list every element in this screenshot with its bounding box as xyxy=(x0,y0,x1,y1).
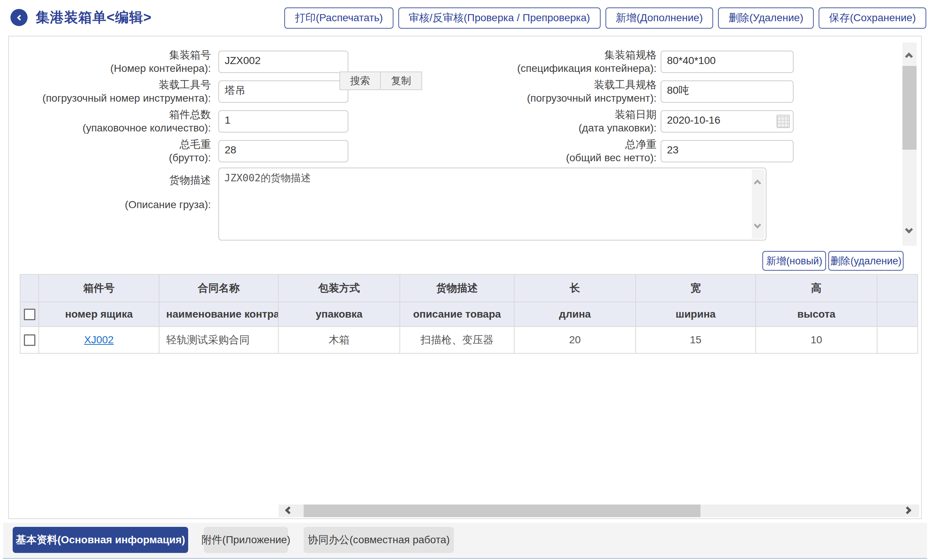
page: 集港装箱单<编辑> 打印(Распечатать) 审核/反审核(Проверк… xyxy=(0,0,930,560)
col-box-no-zh: 箱件号 xyxy=(39,275,159,302)
form-row-loading-tool-no: 装载工具号 (погрузочный номер инструмента): xyxy=(9,78,348,105)
table-horizontal-scrollbar[interactable] xyxy=(279,505,919,517)
net-weight-label: 总净重 (общий вес нетто): xyxy=(454,138,656,164)
copy-button[interactable]: 复制 xyxy=(381,72,422,90)
box-total-input[interactable] xyxy=(218,110,348,133)
col-empty xyxy=(877,302,918,327)
col-height-zh: 高 xyxy=(756,275,877,302)
form-row-net-weight: 总净重 (общий вес нетто): xyxy=(454,138,794,164)
print-button[interactable]: 打印(Распечатать) xyxy=(284,8,393,29)
packing-date-input[interactable] xyxy=(661,110,794,133)
col-empty xyxy=(877,275,918,302)
col-width-zh: 宽 xyxy=(636,275,756,302)
row-checkbox[interactable] xyxy=(24,334,35,346)
col-desc-ru: описание товара xyxy=(400,302,514,327)
textarea-scrollbar[interactable] xyxy=(752,169,765,239)
select-all-checkbox[interactable] xyxy=(24,309,35,320)
col-packing-ru: упаковка xyxy=(278,302,400,327)
col-height-ru: высота xyxy=(756,302,877,327)
scroll-left-icon[interactable] xyxy=(285,506,293,514)
gross-weight-input[interactable] xyxy=(218,140,348,162)
loading-tool-spec-label: 装载工具规格 (погрузочный инструмент): xyxy=(454,78,656,105)
form-row-cargo-desc: 货物描述 (Описание груза): JZX002的货物描述 xyxy=(9,167,767,241)
container-spec-input[interactable] xyxy=(661,51,794,73)
chevron-left-icon xyxy=(17,15,23,20)
col-length-zh: 长 xyxy=(514,275,636,302)
cargo-desc-label: 货物描述 (Описание груза): xyxy=(9,167,211,212)
boxes-table: 箱件号 合同名称 包装方式 货物描述 长 宽 高 номер ящика наи… xyxy=(20,274,918,354)
header-actions: 打印(Распечатать) 审核/反审核(Проверка / Препро… xyxy=(284,7,926,29)
col-box-no-ru: номер ящика xyxy=(39,302,159,327)
net-weight-input[interactable] xyxy=(661,140,794,162)
save-button[interactable]: 保存(Сохранение) xyxy=(819,8,926,29)
table-header-zh: 箱件号 合同名称 包装方式 货物描述 长 宽 高 xyxy=(20,275,918,302)
container-spec-label: 集装箱规格 (спецификация контейнера): xyxy=(454,48,656,75)
top-bar: 集港装箱单<编辑> 打印(Распечатать) 审核/反审核(Проверк… xyxy=(0,0,930,35)
bottom-tab-bar: 基本资料(Основная информация) 附件(Приложение)… xyxy=(3,523,927,557)
add-button[interactable]: 新增(Дополнение) xyxy=(605,8,713,29)
page-title: 集港装箱单<编辑> xyxy=(36,8,152,27)
form-row-loading-tool-spec: 装载工具规格 (погрузочный инструмент): xyxy=(454,78,794,105)
empty-cell xyxy=(877,327,918,353)
container-no-label: 集装箱号 (Номер контейнера): xyxy=(9,48,211,75)
scrollbar-thumb[interactable] xyxy=(902,66,916,150)
scroll-down-icon[interactable] xyxy=(754,221,761,229)
detail-delete-button[interactable]: 删除(удаление) xyxy=(828,251,904,271)
gross-weight-label: 总毛重 (брутто): xyxy=(9,138,211,164)
calendar-icon[interactable] xyxy=(776,115,790,128)
form-row-container-no: 集装箱号 (Номер контейнера): xyxy=(9,48,348,75)
col-length-ru: длина xyxy=(514,302,636,327)
scroll-up-icon[interactable] xyxy=(754,180,761,187)
length-cell: 20 xyxy=(514,327,636,353)
height-cell: 10 xyxy=(756,327,877,353)
box-no-link[interactable]: XJ002 xyxy=(84,334,114,345)
col-contract-ru: наименование контракта xyxy=(159,302,278,327)
scrollbar-thumb[interactable] xyxy=(304,505,701,517)
box-no-cell: XJ002 xyxy=(39,327,159,353)
table-row: XJ002 轻轨测试采购合同 木箱 扫描枪、变压器 20 15 10 xyxy=(20,327,918,353)
form-row-gross-weight: 总毛重 (брутто): xyxy=(9,138,348,164)
container-lookup-buttons: 搜索 复制 xyxy=(339,72,422,90)
loading-tool-spec-input[interactable] xyxy=(661,80,794,103)
cargo-desc-textarea[interactable]: JZX002的货物描述 xyxy=(218,167,767,241)
packing-cell: 木箱 xyxy=(278,327,400,353)
detail-add-button[interactable]: 新增(новый) xyxy=(762,251,826,271)
scroll-right-icon[interactable] xyxy=(904,506,912,514)
select-col-header xyxy=(20,275,39,302)
packing-date-label: 装箱日期 (дата упаковки): xyxy=(454,108,656,135)
form-row-packing-date: 装箱日期 (дата упаковки): xyxy=(454,108,794,135)
tab-attachment[interactable]: 附件(Приложение) xyxy=(204,527,288,553)
audit-button[interactable]: 审核/反审核(Проверка / Препроверка) xyxy=(398,8,600,29)
delete-button[interactable]: 删除(Удаление) xyxy=(718,8,814,29)
col-packing-zh: 包装方式 xyxy=(278,275,400,302)
row-select-cell xyxy=(20,327,39,353)
col-width-ru: ширина xyxy=(636,302,756,327)
main-panel: 集装箱号 (Номер контейнера): 装载工具号 (погрузоч… xyxy=(8,36,922,519)
box-total-label: 箱件总数 (упаковочное количество): xyxy=(9,108,211,135)
loading-tool-no-label: 装载工具号 (погрузочный номер инструмента): xyxy=(9,78,211,105)
tab-collaboration[interactable]: 协同办公(совместная работа) xyxy=(304,527,454,553)
desc-cell: 扫描枪、变压器 xyxy=(400,327,514,353)
col-desc-zh: 货物描述 xyxy=(400,275,514,302)
back-button[interactable] xyxy=(11,9,28,26)
form-vertical-scrollbar[interactable] xyxy=(902,43,916,246)
form-row-container-spec: 集装箱规格 (спецификация контейнера): xyxy=(454,48,794,75)
select-all-cell xyxy=(20,302,39,327)
tab-basic-info[interactable]: 基本资料(Основная информация) xyxy=(13,527,188,553)
width-cell: 15 xyxy=(636,327,756,353)
scroll-up-icon[interactable] xyxy=(905,52,913,60)
container-no-input[interactable] xyxy=(218,51,348,73)
loading-tool-no-input[interactable] xyxy=(218,80,348,103)
table-header-ru: номер ящика наименование контракта упако… xyxy=(20,302,918,327)
bottom-divider xyxy=(3,558,927,559)
form-row-box-total: 箱件总数 (упаковочное количество): xyxy=(9,108,348,135)
col-contract-zh: 合同名称 xyxy=(159,275,278,302)
search-button[interactable]: 搜索 xyxy=(339,72,381,90)
scroll-down-icon[interactable] xyxy=(905,226,913,233)
contract-cell: 轻轨测试采购合同 xyxy=(159,327,278,353)
